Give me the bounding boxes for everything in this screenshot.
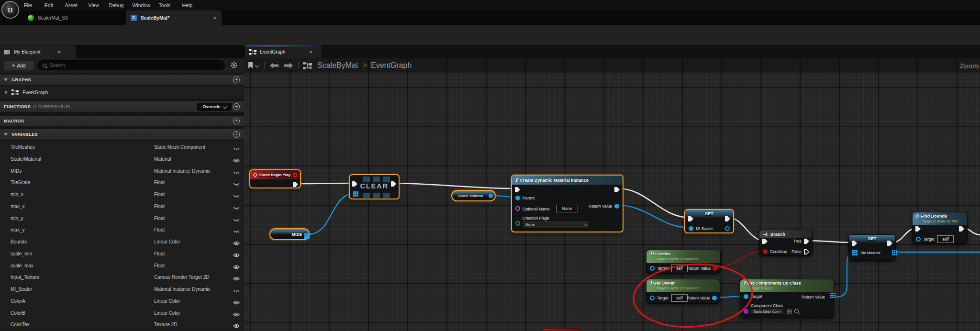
visibility-on-icon[interactable] xyxy=(233,251,240,260)
creation-flags-dropdown[interactable]: None xyxy=(523,221,590,229)
override-dropdown[interactable]: Override xyxy=(197,103,232,111)
asset-tab-scalermat-s3[interactable]: ScalerMat_S3 xyxy=(23,11,73,25)
return-value-pin[interactable] xyxy=(713,266,717,271)
sidebar-item-eventgraph[interactable]: EventGraph xyxy=(0,86,244,99)
close-tab-icon[interactable]: ✕ xyxy=(213,15,217,21)
visibility-on-icon[interactable] xyxy=(233,298,240,307)
node-get-mids[interactable]: MIDs xyxy=(269,228,310,240)
node-event-partial[interactable] xyxy=(543,328,582,331)
visibility-on-icon[interactable] xyxy=(233,310,240,319)
visibility-on-icon[interactable] xyxy=(233,156,240,165)
node-is-active[interactable]: f Is ActiveTarget is Actor Component Tar… xyxy=(646,250,721,274)
visibility-off-icon[interactable] xyxy=(233,216,240,224)
variable-row-max_y[interactable]: max_yFloat xyxy=(0,224,244,236)
variable-row-colora[interactable]: ColorALinear Color xyxy=(0,295,244,307)
add-function-icon[interactable]: + xyxy=(233,103,240,110)
menu-window[interactable]: Window xyxy=(131,0,151,11)
exec-in-pin[interactable] xyxy=(762,239,768,244)
tile-meshes-in-pin[interactable] xyxy=(852,250,854,252)
close-panel-icon[interactable]: ✕ xyxy=(57,49,61,55)
variable-row-scale_max[interactable]: scale_maxFloat xyxy=(0,260,244,272)
node-event-begin-play[interactable]: Event Begin Play xyxy=(249,169,301,188)
add-button[interactable]: +Add xyxy=(4,61,33,70)
variable-row-max_x[interactable]: max_xFloat xyxy=(0,200,244,212)
true-exec-pin[interactable] xyxy=(804,239,809,244)
node-set-tile-meshes[interactable]: SET Tile Meshes xyxy=(848,234,896,261)
add-variable-icon[interactable]: + xyxy=(233,131,240,138)
visibility-on-icon[interactable] xyxy=(233,322,240,331)
parent-pin[interactable] xyxy=(515,196,520,200)
target-pin[interactable] xyxy=(650,266,655,271)
optional-name-pin[interactable] xyxy=(515,206,520,211)
back-arrow-icon[interactable] xyxy=(269,58,279,73)
return-value-pin[interactable] xyxy=(614,204,619,209)
menu-file[interactable]: File xyxy=(23,0,33,11)
array-target-pin[interactable] xyxy=(353,191,355,193)
visibility-off-icon[interactable] xyxy=(233,192,240,200)
node-get-components-by-class[interactable]: f Get Components By ClassTarget is Actor… xyxy=(740,279,834,318)
optional-name-field[interactable]: None xyxy=(556,205,578,212)
target-field[interactable]: self xyxy=(937,235,954,243)
visibility-on-icon[interactable] xyxy=(233,239,240,248)
variable-row-colorb[interactable]: ColorBLinear Color xyxy=(0,307,244,319)
add-graph-icon[interactable]: + xyxy=(233,77,240,83)
return-value-pin[interactable] xyxy=(712,296,717,300)
breadcrumb-root[interactable]: ScaleByMat xyxy=(317,58,358,73)
menu-tools[interactable]: Tools xyxy=(158,0,172,11)
variable-row-tilemeshes[interactable]: TileMeshesStatic Mesh Component xyxy=(0,141,244,153)
target-field[interactable]: self xyxy=(671,294,688,302)
exec-out-pin[interactable] xyxy=(293,182,298,187)
variable-row-input_texture[interactable]: Input_TextureCanvas Render Target 2D xyxy=(0,271,244,283)
node-find-bounds[interactable]: Find BoundsTarget is Scale by Mat Target… xyxy=(912,212,968,244)
mi-scaler-in-pin[interactable] xyxy=(689,226,693,231)
visibility-off-icon[interactable] xyxy=(233,144,240,153)
blueprint-canvas[interactable]: Event Begin Play CLEAR MIDs Scaler Mater… xyxy=(244,58,980,331)
component-class-pin[interactable] xyxy=(744,309,748,314)
search-class-icon[interactable] xyxy=(794,308,800,317)
material-out-pin[interactable] xyxy=(489,194,493,198)
target-field[interactable]: self xyxy=(671,265,688,272)
node-get-scaler-material[interactable]: Scaler Material xyxy=(451,190,496,201)
visibility-off-icon[interactable] xyxy=(233,287,240,295)
graphs-section-header[interactable]: GRAPHS + xyxy=(0,75,244,85)
variable-row-scale_min[interactable]: scale_minFloat xyxy=(0,248,244,260)
visibility-on-icon[interactable] xyxy=(233,275,240,283)
node-get-owner[interactable]: f Get OwnerTarget is Actor Component Tar… xyxy=(646,279,720,304)
menu-view[interactable]: View xyxy=(88,0,100,11)
menu-edit[interactable]: Edit xyxy=(44,0,54,11)
variables-section-header[interactable]: VARIABLES + xyxy=(0,129,244,140)
bookmark-icon[interactable] xyxy=(248,58,258,73)
eventgraph-tab[interactable]: EventGraph ✕ xyxy=(245,45,322,58)
condition-pin[interactable] xyxy=(763,249,768,254)
exec-out-pin[interactable] xyxy=(614,187,620,192)
exec-out-pin[interactable] xyxy=(959,226,964,232)
menu-debug[interactable]: Debug xyxy=(108,0,124,11)
functions-section-header[interactable]: FUNCTIONS(2 OVERRIDABLE) Override + xyxy=(0,101,244,112)
variable-row-scalermaterial[interactable]: ScalerMaterialMaterial xyxy=(0,153,244,165)
visibility-off-icon[interactable] xyxy=(233,204,240,212)
mi-scaler-out-pin[interactable] xyxy=(725,226,730,231)
visibility-on-icon[interactable] xyxy=(233,263,240,272)
variable-row-mi_scaler[interactable]: MI_ScalerMaterial Instance Dynamic xyxy=(0,283,244,295)
return-value-pin[interactable] xyxy=(830,293,832,294)
creation-flags-pin[interactable] xyxy=(515,221,520,226)
panel-settings-icon[interactable] xyxy=(230,61,238,71)
close-graph-tab-icon[interactable]: ✕ xyxy=(309,49,312,55)
false-exec-pin[interactable] xyxy=(804,249,809,254)
target-pin[interactable] xyxy=(916,237,921,242)
node-create-dynamic-material-instance[interactable]: fCreate Dynamic Material Instance Parent… xyxy=(511,175,624,232)
exec-in-pin[interactable] xyxy=(515,187,520,192)
target-pin[interactable] xyxy=(650,296,655,300)
node-branch[interactable]: Branch True Condition False xyxy=(759,230,813,256)
visibility-off-icon[interactable] xyxy=(233,227,240,236)
exec-in-pin[interactable] xyxy=(915,226,921,232)
breadcrumb-leaf[interactable]: EventGraph xyxy=(371,58,412,73)
add-macro-icon[interactable]: + xyxy=(233,118,240,124)
visibility-off-icon[interactable] xyxy=(233,180,240,188)
my-blueprint-tab[interactable]: My Blueprint ✕ xyxy=(0,45,76,58)
variable-row-min_y[interactable]: min_yFloat xyxy=(0,212,244,224)
variable-row-colortex[interactable]: ColorTexTexture 2D xyxy=(0,319,244,331)
unreal-logo-icon[interactable]: u xyxy=(1,1,19,19)
node-clear-array[interactable]: CLEAR xyxy=(349,174,400,199)
forward-arrow-icon[interactable] xyxy=(283,58,294,73)
